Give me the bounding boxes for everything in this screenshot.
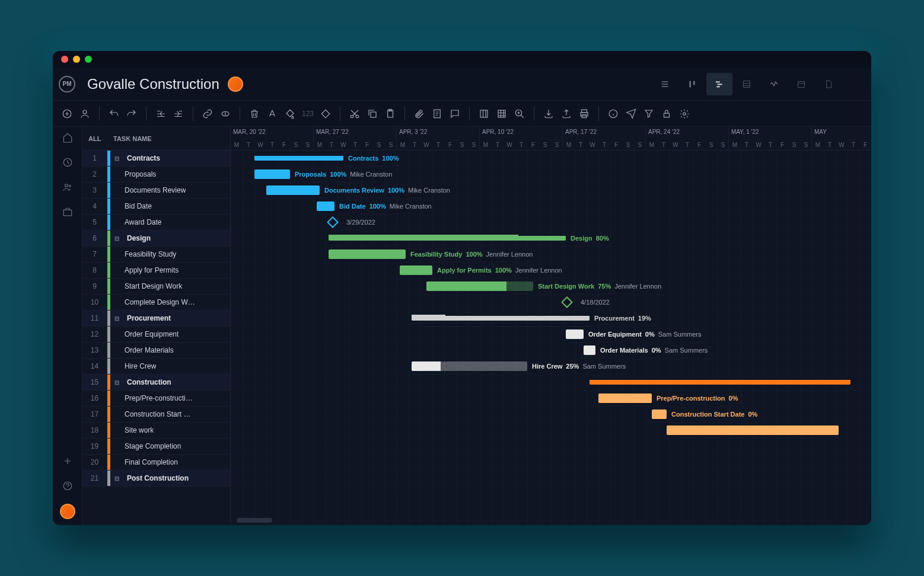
task-row[interactable]: 18 Site work [82, 423, 230, 439]
link-button[interactable] [199, 105, 216, 122]
redo-button[interactable] [123, 105, 140, 122]
task-row[interactable]: 13 Order Materials [82, 343, 230, 359]
minimize-window-icon[interactable] [73, 56, 80, 63]
gantt-row[interactable]: Prep/Pre-construction 0% [231, 391, 871, 407]
add-nav-icon[interactable] [60, 454, 75, 468]
task-bar[interactable]: Start Design Work 75% Jennifer Lennon [426, 281, 533, 291]
gantt-row[interactable] [231, 423, 871, 439]
collapse-icon[interactable]: ⊟ [113, 474, 121, 482]
gantt-row[interactable]: Construction Start Date 0% [231, 407, 871, 423]
maximize-window-icon[interactable] [85, 56, 92, 63]
task-bar[interactable]: Apply for Permits 100% Jennifer Lennon [400, 265, 432, 275]
task-row[interactable]: 7 Feasibility Study [82, 247, 230, 263]
grid-button[interactable] [493, 105, 510, 122]
task-row[interactable]: 5 Award Date [82, 215, 230, 231]
settings-button[interactable] [676, 105, 693, 122]
gantt-row[interactable]: Bid Date 100% Mike Cranston [231, 199, 871, 215]
task-bar[interactable]: Hire Crew 25% Sam Summers [412, 361, 527, 371]
task-row[interactable]: 3 Documents Review [82, 183, 230, 199]
view-tab-workload[interactable] [761, 73, 787, 95]
task-bar[interactable]: Bid Date 100% Mike Cranston [317, 201, 334, 211]
zoom-button[interactable] [511, 105, 528, 122]
attachment-button[interactable] [411, 105, 428, 122]
task-row[interactable]: 4 Bid Date [82, 199, 230, 215]
text-color-button[interactable] [264, 105, 281, 122]
task-row[interactable]: 20 Final Completion [82, 455, 230, 471]
info-button[interactable] [605, 105, 622, 122]
help-icon[interactable] [60, 479, 75, 493]
task-row[interactable]: 12 Order Equipment [82, 327, 230, 343]
view-tab-sheet[interactable] [734, 73, 760, 95]
gantt-row[interactable]: Proposals 100% Mike Cranston [231, 167, 871, 183]
task-row[interactable]: 8 Apply for Permits [82, 263, 230, 279]
task-row[interactable]: 14 Hire Crew [82, 359, 230, 375]
gantt-row[interactable] [231, 375, 871, 391]
task-row[interactable]: 21 ⊟ Post Construction [82, 471, 230, 487]
gantt-body[interactable]: Contracts 100%Proposals 100% Mike Cranst… [231, 151, 871, 525]
number-format-button[interactable]: 123 [299, 110, 316, 118]
summary-bar[interactable] [590, 380, 850, 385]
gantt-row[interactable]: 3/29/2022 [231, 215, 871, 231]
milestone-icon[interactable] [327, 216, 339, 228]
header-all[interactable]: ALL [88, 135, 113, 142]
filter-button[interactable] [641, 105, 657, 122]
header-task-name[interactable]: TASK NAME [113, 135, 152, 142]
summary-bar[interactable]: Contracts 100% [254, 156, 343, 161]
gantt-row[interactable]: Design 80% [231, 231, 871, 247]
send-button[interactable] [623, 105, 639, 122]
indent-button[interactable] [170, 105, 187, 122]
view-tab-calendar[interactable] [788, 73, 814, 95]
user-avatar[interactable] [60, 504, 75, 519]
unlink-button[interactable] [217, 105, 234, 122]
collapse-icon[interactable]: ⊟ [113, 314, 121, 322]
gantt-row[interactable]: Order Equipment 0% Sam Summers [231, 327, 871, 343]
assign-button[interactable] [77, 105, 93, 122]
project-avatar[interactable] [228, 76, 243, 92]
print-button[interactable] [576, 105, 592, 122]
summary-bar[interactable]: Procurement 19% [412, 316, 590, 321]
comment-button[interactable] [447, 105, 463, 122]
team-icon[interactable] [60, 180, 75, 194]
gantt-row[interactable]: Procurement 19% [231, 311, 871, 327]
task-row[interactable]: 17 Construction Start … [82, 407, 230, 423]
task-bar[interactable]: Proposals 100% Mike Cranston [254, 169, 290, 179]
gantt-row[interactable]: Order Materials 0% Sam Summers [231, 343, 871, 359]
gantt-row[interactable] [231, 439, 871, 455]
task-bar[interactable]: Construction Start Date 0% [652, 409, 667, 419]
gantt-row[interactable] [231, 455, 871, 471]
gantt-row[interactable]: Start Design Work 75% Jennifer Lennon [231, 279, 871, 295]
import-button[interactable] [540, 105, 557, 122]
notes-button[interactable] [429, 105, 445, 122]
undo-button[interactable] [106, 105, 122, 122]
gantt-row[interactable]: 4/18/2022 [231, 295, 871, 311]
lock-button[interactable] [658, 105, 675, 122]
task-row[interactable]: 1 ⊟ Contracts [82, 151, 230, 167]
portfolio-icon[interactable] [60, 205, 75, 219]
task-bar[interactable]: Documents Review 100% Mike Cranston [266, 185, 320, 195]
cut-button[interactable] [346, 105, 363, 122]
gantt-row[interactable]: Hire Crew 25% Sam Summers [231, 359, 871, 375]
task-row[interactable]: 19 Stage Completion [82, 439, 230, 455]
recent-icon[interactable] [60, 155, 75, 169]
close-window-icon[interactable] [61, 56, 68, 63]
task-bar[interactable]: Order Equipment 0% Sam Summers [566, 329, 584, 339]
gantt-row[interactable] [231, 471, 871, 487]
collapse-icon[interactable]: ⊟ [113, 378, 121, 386]
task-row[interactable]: 16 Prep/Pre-constructi… [82, 391, 230, 407]
milestone-icon[interactable] [561, 296, 573, 308]
app-logo[interactable]: PM [59, 76, 75, 92]
collapse-icon[interactable]: ⊟ [113, 234, 121, 242]
copy-button[interactable] [364, 105, 381, 122]
gantt-row[interactable]: Contracts 100% [231, 151, 871, 167]
paste-button[interactable] [382, 105, 399, 122]
view-tab-list[interactable] [652, 73, 678, 95]
gantt-panel[interactable]: MAR, 20 '22 MTWTFSSMAR, 27 '22 MTWTFSSAP… [231, 127, 871, 525]
task-row[interactable]: 9 Start Design Work [82, 279, 230, 295]
task-bar[interactable]: Feasibility Study 100% Jennifer Lennon [329, 249, 406, 259]
task-bar[interactable] [667, 425, 839, 435]
task-row[interactable]: 11 ⊟ Procurement [82, 311, 230, 327]
add-button[interactable] [59, 105, 75, 122]
task-row[interactable]: 6 ⊟ Design [82, 231, 230, 247]
gantt-row[interactable]: Documents Review 100% Mike Cranston [231, 183, 871, 199]
horizontal-scrollbar[interactable] [237, 518, 272, 523]
